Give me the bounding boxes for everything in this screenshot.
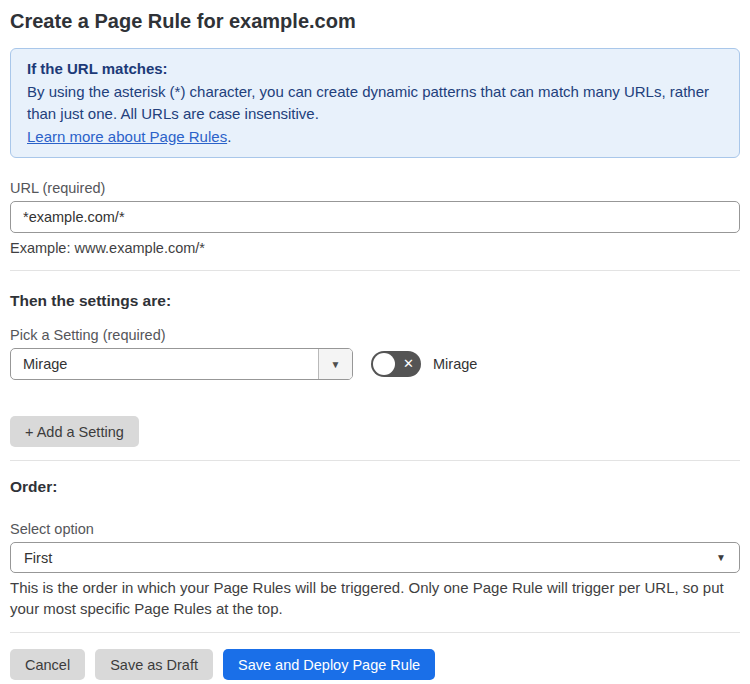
info-box-heading: If the URL matches: — [27, 58, 723, 81]
chevron-down-icon[interactable]: ▼ — [318, 349, 352, 379]
add-setting-button[interactable]: + Add a Setting — [10, 416, 139, 447]
order-select[interactable]: First ▼ — [10, 542, 740, 573]
select-option-label: Select option — [10, 519, 740, 539]
settings-section-heading: Then the settings are: — [10, 291, 740, 311]
footer-actions: Cancel Save as Draft Save and Deploy Pag… — [10, 649, 740, 680]
setting-dropdown[interactable]: Mirage ▼ — [10, 348, 353, 380]
url-matches-info-box: If the URL matches: By using the asteris… — [10, 48, 740, 158]
divider — [10, 460, 740, 461]
toggle-label: Mirage — [433, 356, 477, 372]
order-section-heading: Order: — [10, 477, 740, 497]
x-icon: ✕ — [403, 357, 414, 370]
setting-dropdown-value: Mirage — [11, 349, 318, 379]
toggle-knob — [373, 353, 395, 375]
mirage-toggle[interactable]: ✕ — [371, 351, 421, 377]
save-draft-button[interactable]: Save as Draft — [95, 649, 213, 680]
divider — [10, 270, 740, 271]
link-period: . — [227, 128, 231, 145]
learn-more-link[interactable]: Learn more about Page Rules — [27, 128, 227, 145]
order-help-text: This is the order in which your Page Rul… — [10, 577, 740, 619]
order-select-value: First — [24, 550, 52, 566]
divider — [10, 632, 740, 633]
pick-setting-label: Pick a Setting (required) — [10, 325, 740, 345]
cancel-button[interactable]: Cancel — [10, 649, 85, 680]
chevron-down-icon: ▼ — [716, 552, 726, 563]
setting-row: Mirage ▼ ✕ Mirage — [10, 348, 740, 380]
info-box-link-row: Learn more about Page Rules. — [27, 126, 723, 149]
save-deploy-button[interactable]: Save and Deploy Page Rule — [223, 649, 435, 680]
url-example-text: Example: www.example.com/* — [10, 238, 740, 258]
url-field-label: URL (required) — [10, 178, 740, 198]
info-box-body: By using the asterisk (*) character, you… — [27, 81, 723, 126]
page-title: Create a Page Rule for example.com — [10, 8, 740, 34]
url-input[interactable] — [10, 201, 740, 233]
